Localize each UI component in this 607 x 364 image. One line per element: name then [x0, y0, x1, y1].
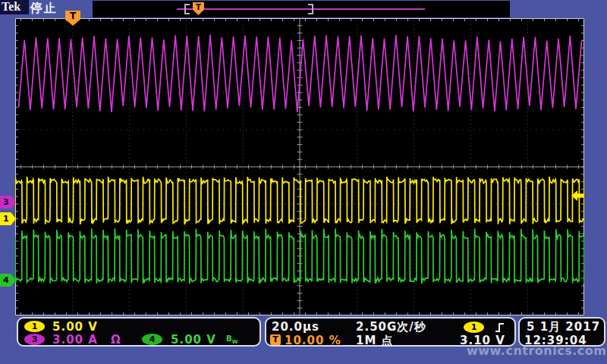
trigger-source-badge[interactable]: 1 [464, 322, 484, 333]
bandwidth-limit-icon: BW [226, 334, 237, 345]
channel-4-scale: 5.00 V [171, 333, 216, 347]
window-bracket-right-icon[interactable] [308, 4, 313, 14]
channel-4-reference-marker[interactable]: 4 [0, 274, 16, 287]
channel-1-badge[interactable]: 1 [24, 321, 45, 332]
channel-readout-box[interactable]: 1 5.00 V 3 3.00 A Ω 4 5.00 V BW [17, 317, 261, 347]
channel-3-reference-marker[interactable]: 3 [0, 196, 16, 209]
acquisition-status-label: 停止 [30, 1, 58, 17]
channel-4-badge[interactable]: 4 [142, 334, 162, 345]
sample-rate: 2.50G次/秒 [356, 320, 426, 334]
record-trigger-marker-icon[interactable]: T [193, 2, 204, 15]
channel-1-reference-marker[interactable]: 1 [0, 212, 16, 225]
waveform-display [15, 18, 584, 315]
channel-3-scale: 3.00 A [52, 333, 98, 347]
trigger-position-icon: T [270, 334, 281, 345]
channel-3-impedance: Ω [111, 333, 121, 347]
tek-logo: Tek [0, 0, 29, 14]
date-label: 5 1月 2017 [527, 320, 600, 334]
oscilloscope-screen: Tek 停止 T T 3 1 4 1 5.00 V 3 3.00 A Ω 4 5… [0, 0, 607, 364]
timebase-scale: 20.0μs [272, 320, 319, 334]
rising-edge-icon [495, 322, 505, 334]
record-view-bar[interactable]: T [93, 1, 510, 17]
trigger-position-percent: 10.00 % [285, 334, 341, 347]
record-length: 1M 点 [356, 334, 394, 348]
window-bracket-left-icon[interactable] [184, 4, 190, 14]
datetime-box[interactable]: 5 1月 2017 12:39:04 [518, 317, 605, 347]
horizontal-trigger-box[interactable]: 20.0μs 2.50G次/秒 1 T 10.00 % 1M 点 3.10 V [265, 317, 516, 347]
waveform-svg [15, 18, 584, 315]
channel-1-scale: 5.00 V [52, 320, 98, 334]
channel-3-badge[interactable]: 3 [24, 334, 45, 345]
record-waveform-line [177, 8, 425, 10]
watermark: www.cntronics.com [467, 344, 606, 358]
